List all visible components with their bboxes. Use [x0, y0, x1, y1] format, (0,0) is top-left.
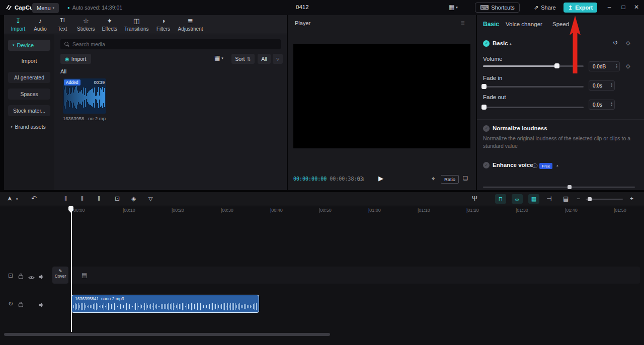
fade-in-value-box[interactable]: 0.0s ▴▾ [589, 80, 615, 91]
stepper-icons[interactable]: ▴▾ [611, 102, 612, 106]
lock-icon[interactable] [18, 272, 24, 281]
player-panel: Player ≡ 00:00:00:00 00:00:38:03 ▯▯ ▶ ⌖ … [288, 15, 476, 190]
play-button[interactable]: ▶ [378, 175, 383, 182]
timeline-zoom-slider[interactable] [586, 199, 623, 200]
sidebar-item-ai-generated[interactable]: AI generated [8, 72, 50, 83]
ratio-button[interactable]: Ratio [441, 175, 459, 184]
tab-effects[interactable]: ✦Effects [99, 15, 121, 34]
tab-text[interactable]: TIText [51, 15, 73, 34]
undo-icon[interactable]: ↶ [31, 195, 37, 202]
partial-slider-handle[interactable] [568, 185, 572, 189]
collapse-caret-icon[interactable]: ▴ [556, 163, 558, 167]
track-options-icon[interactable]: ⊡ [8, 272, 13, 279]
export-button[interactable]: ↥ Export [564, 3, 597, 13]
record-track-icon[interactable]: ↻ [8, 300, 13, 307]
mask-icon[interactable]: ▽ [148, 196, 152, 202]
stepper-icons[interactable]: ▴▾ [616, 63, 617, 68]
sort-icon: ⇅ [247, 56, 251, 62]
enhance-voice-checkbox[interactable]: ✓ [483, 162, 490, 168]
sidebar-item-brand-assets[interactable]: ▸ Brand assets [11, 124, 46, 130]
filter-all-button[interactable]: All [258, 54, 271, 64]
ruler-label: |00:50 [319, 208, 332, 213]
snapshot-icon[interactable]: ⌖ [432, 176, 435, 182]
share-button[interactable]: ⇗ Share [529, 3, 560, 13]
fade-out-value-box[interactable]: 0.0s ▴▾ [589, 100, 615, 110]
fade-in-slider-handle[interactable] [481, 84, 487, 89]
tab-stickers[interactable]: ☆Stickers [73, 15, 99, 34]
search-bar[interactable] [60, 39, 281, 49]
auto-link-toggle[interactable]: ∞ [512, 194, 523, 204]
close-button[interactable]: ✕ [632, 4, 641, 11]
shortcuts-button[interactable]: ⌨ Shortcuts [475, 3, 520, 13]
mirror-icon[interactable]: ◈ [131, 196, 136, 202]
split-icon[interactable]: ‖ [64, 196, 67, 202]
layout-switch-button[interactable]: ▦ ▾ [449, 4, 458, 10]
video-track-lane[interactable]: ▤ [70, 267, 640, 284]
video-preview[interactable] [293, 44, 470, 148]
chevron-down-icon[interactable]: ▾ [16, 197, 18, 201]
speaker-icon[interactable] [38, 273, 44, 282]
reset-icon[interactable]: ↺ [613, 40, 618, 46]
normalize-checkbox[interactable]: ✓ [483, 125, 490, 132]
show-graphs-icon[interactable]: ▤ [563, 196, 569, 202]
sidebar-item-spaces[interactable]: Spaces [8, 89, 50, 100]
sidebar-item-device[interactable]: ▾ Device [8, 40, 50, 51]
menu-button[interactable]: Menu ▾ [32, 3, 59, 13]
crop-icon[interactable]: ⊡ [115, 196, 120, 202]
audio-icon: ♪ [39, 17, 42, 25]
tab-speed[interactable]: Speed [552, 21, 569, 27]
delete-left-icon[interactable]: ‖ [81, 196, 84, 202]
magnetic-snap-toggle[interactable]: ⊓ [495, 194, 506, 204]
tab-import[interactable]: ↧Import [7, 15, 29, 34]
tab-filters[interactable]: ◑Filters [152, 15, 175, 34]
player-menu-icon[interactable]: ≡ [461, 20, 465, 26]
sidebar-item-import[interactable]: Import [4, 58, 54, 64]
zoom-out-icon[interactable]: − [577, 196, 580, 202]
collapse-caret-icon[interactable]: ▴ [510, 42, 512, 46]
horizontal-scrollbar[interactable] [4, 333, 330, 336]
sidebar-item-stock-materials[interactable]: Stock mater... [8, 105, 50, 116]
minimize-button[interactable]: – [605, 4, 614, 11]
timeline-zoom-handle[interactable] [588, 197, 592, 201]
select-tool-icon[interactable]: ➤ [7, 196, 13, 201]
tab-audio[interactable]: ♪Audio [29, 15, 51, 34]
filter-icon: ▽ [276, 57, 279, 61]
tab-transitions[interactable]: ◫Transitions [121, 15, 152, 34]
filter-button[interactable]: ▽ [273, 54, 283, 64]
delete-right-icon[interactable]: ‖ [98, 196, 100, 202]
tab-voice-changer[interactable]: Voice changer [506, 21, 542, 27]
snap-edge-icon[interactable]: ⊣ [546, 196, 551, 202]
media-item[interactable]: Added 00:39 [63, 78, 106, 114]
playhead-line[interactable] [71, 206, 72, 332]
stepper-icons[interactable]: ▴▾ [611, 82, 612, 87]
maximize-button[interactable]: □ [619, 4, 628, 11]
volume-value-box[interactable]: 0.0dB ▴▾ [589, 61, 620, 71]
keyframe-icon[interactable]: ◇ [626, 40, 630, 46]
cover-button[interactable]: ✎ Cover [52, 267, 68, 284]
search-input[interactable] [72, 41, 277, 47]
playhead-handle[interactable] [68, 206, 73, 213]
sort-button[interactable]: Sort ⇅ [231, 54, 255, 64]
partial-slider[interactable] [483, 187, 635, 188]
ruler-label: |01:00 [368, 208, 381, 213]
info-icon[interactable]: ⓘ [532, 162, 537, 169]
import-media-button[interactable]: ◉ Import [60, 54, 91, 64]
eye-icon[interactable] [28, 273, 35, 282]
view-mode-button[interactable]: ▦ ▾ [214, 55, 223, 61]
tab-adjustment[interactable]: ≣Adjustment [175, 15, 207, 34]
fullscreen-icon[interactable]: ❏ [463, 176, 468, 181]
lock-icon[interactable] [18, 300, 24, 309]
speaker-icon[interactable] [38, 301, 44, 310]
basic-checkbox[interactable]: ✓ [483, 40, 490, 47]
volume-slider-handle[interactable] [554, 63, 559, 68]
fade-out-slider[interactable] [483, 107, 584, 108]
audio-clip[interactable]: 1636395841_nano-2.mp3 [71, 295, 259, 313]
tab-basic[interactable]: Basic [483, 21, 499, 28]
preview-axis-toggle[interactable]: ▦ [528, 194, 539, 204]
volume-keyframe-icon[interactable]: ◇ [626, 63, 630, 69]
fade-out-slider-handle[interactable] [481, 105, 487, 110]
fade-in-slider[interactable] [483, 86, 584, 88]
record-voiceover-icon[interactable]: Ψ [472, 195, 477, 202]
zoom-in-icon[interactable]: + [630, 196, 633, 202]
frame-step-icons[interactable]: ▯▯ [357, 177, 365, 182]
